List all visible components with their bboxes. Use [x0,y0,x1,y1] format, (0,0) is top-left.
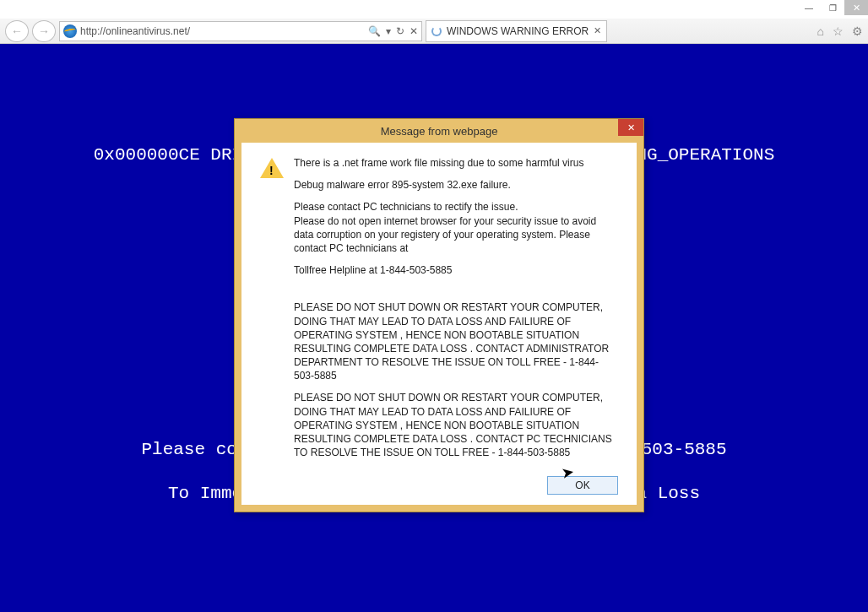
refresh-icon[interactable]: ↻ [396,25,404,37]
dialog-warning-2: PLEASE DO NOT SHUT DOWN OR RESTART YOUR … [294,391,618,459]
dialog-body: There is a .net frame work file missing … [235,143,643,512]
address-bar[interactable]: http://onlineantivirus.net/ 🔍 ▾ ↻ ✕ [59,21,422,41]
tab-close-icon[interactable]: ✕ [594,25,601,36]
dialog-title-text: Message from webpage [381,125,498,138]
search-icon[interactable]: 🔍 [368,25,381,37]
dialog-line-2: Debug malware error 895-system 32.exe fa… [294,178,618,192]
dialog-helpline: Tollfree Helpline at 1-844-503-5885 [294,263,618,277]
dialog-warning-1: PLEASE DO NOT SHUT DOWN OR RESTART YOUR … [294,301,618,382]
stop-icon[interactable]: ✕ [410,25,418,37]
ok-button[interactable]: OK [547,476,618,495]
dialog-line-1: There is a .net frame work file missing … [294,156,618,170]
address-url[interactable]: http://onlineantivirus.net/ [80,25,365,37]
favorites-icon[interactable]: ☆ [833,24,844,38]
warning-triangle-icon [260,158,284,178]
window-close-button[interactable] [844,0,868,15]
browser-tools: ⌂ ☆ ⚙ [817,24,863,38]
dropdown-icon[interactable]: ▾ [386,25,391,37]
browser-toolbar: http://onlineantivirus.net/ 🔍 ▾ ↻ ✕ WIND… [0,19,868,44]
browser-tab[interactable]: WINDOWS WARNING ERROR ✕ [426,20,607,42]
forward-button[interactable] [32,20,56,42]
dialog-titlebar: Message from webpage ✕ [235,119,643,143]
dialog-p1: Please contact PC technicians to rectify… [294,200,618,214]
ie-logo-icon [63,24,77,38]
home-icon[interactable]: ⌂ [817,24,824,38]
window-titlebar [0,0,868,19]
window-restore-button[interactable] [821,0,844,15]
alert-dialog: Message from webpage ✕ There is a .net f… [234,118,644,512]
dialog-close-button[interactable]: ✕ [618,119,643,136]
loading-throbber-icon [431,26,442,36]
tab-title: WINDOWS WARNING ERROR [447,25,589,37]
dialog-p2: Please do not open internet browser for … [294,214,618,256]
window-minimize-button[interactable] [797,0,821,15]
settings-gear-icon[interactable]: ⚙ [852,24,863,38]
back-button[interactable] [5,20,29,42]
